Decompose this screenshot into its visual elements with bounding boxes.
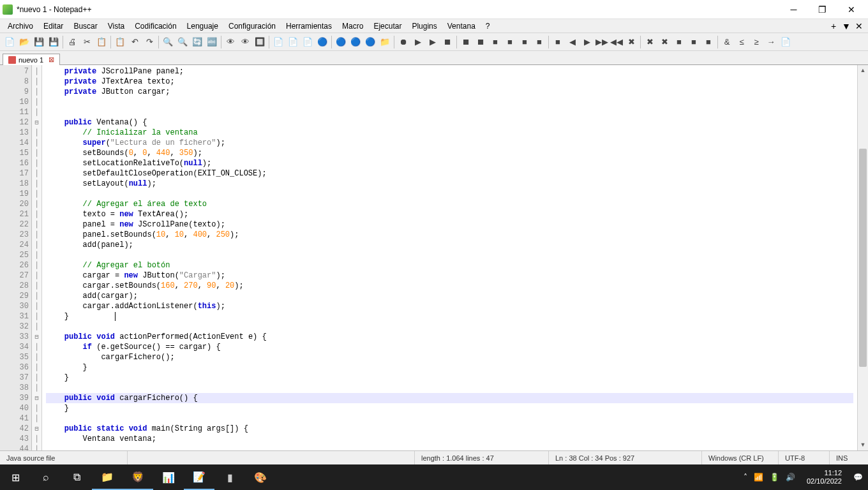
powerpoint-icon[interactable]: 📊 xyxy=(153,464,184,490)
scroll-thumb[interactable] xyxy=(859,149,867,367)
search-icon[interactable]: ⌕ xyxy=(31,464,61,490)
explorer-icon[interactable]: 📁 xyxy=(92,464,123,490)
toolbar-btn-37[interactable]: ▶ xyxy=(580,35,594,49)
scroll-track[interactable] xyxy=(858,76,868,440)
paint-icon[interactable]: 🎨 xyxy=(245,464,276,490)
toolbar-btn-50[interactable]: 📄 xyxy=(779,35,793,49)
menu-archivo[interactable]: Archivo xyxy=(3,20,38,32)
start-button[interactable]: ⊞ xyxy=(0,464,31,490)
minimize-button[interactable]: ─ xyxy=(779,0,808,19)
toolbar-btn-4[interactable]: 🖨 xyxy=(65,35,79,49)
toolbar-btn-0[interactable]: 📄 xyxy=(3,35,17,49)
toolbar-btn-6[interactable]: 📋 xyxy=(94,35,108,49)
toolbar-btn-35[interactable]: ■ xyxy=(551,35,565,49)
toolbar-btn-33[interactable]: ■ xyxy=(518,35,532,49)
menu-help[interactable]: ? xyxy=(481,20,495,32)
menu-ejecutar[interactable]: Ejecutar xyxy=(368,20,407,32)
toolbar-btn-43[interactable]: ■ xyxy=(672,35,686,49)
tab-close-icon[interactable]: ⊠ xyxy=(49,56,54,64)
toolbar-btn-13[interactable]: 🔤 xyxy=(205,35,219,49)
toolbar-btn-12[interactable]: 🔄 xyxy=(190,35,204,49)
toolbar-btn-40[interactable]: ✖ xyxy=(624,35,638,49)
menu-close-icon[interactable]: ✕ xyxy=(853,21,865,31)
toolbar-btn-49[interactable]: → xyxy=(764,35,778,49)
clock[interactable]: 11:12 02/10/2022 xyxy=(802,469,847,486)
scroll-up-icon[interactable]: ▲ xyxy=(858,65,868,76)
toolbar-btn-8[interactable]: ↶ xyxy=(128,35,142,49)
menu-editar[interactable]: Editar xyxy=(38,20,68,32)
scroll-down-icon[interactable]: ▼ xyxy=(858,440,868,450)
tab-nuevo-1[interactable]: nuevo 1 ⊠ xyxy=(3,54,60,65)
menu-herramientas[interactable]: Herramientas xyxy=(281,20,337,32)
volume-icon[interactable]: 🔊 xyxy=(786,473,795,482)
toolbar-btn-39[interactable]: ◀◀ xyxy=(610,35,624,49)
menu-codificacion[interactable]: Codificación xyxy=(130,20,181,32)
toolbar-btn-20[interactable]: 🔵 xyxy=(315,35,329,49)
menu-configuracion[interactable]: Configuración xyxy=(223,20,281,32)
toolbar-btn-23[interactable]: 🔵 xyxy=(363,35,377,49)
menu-ventana[interactable]: Ventana xyxy=(442,20,481,32)
toolbar-btn-32[interactable]: ■ xyxy=(503,35,517,49)
toolbar-btn-11[interactable]: 🔍 xyxy=(176,35,190,49)
menu-plus-icon[interactable]: + xyxy=(827,21,840,31)
wifi-icon[interactable]: 📶 xyxy=(754,473,763,482)
toolbar-btn-36[interactable]: ◀ xyxy=(565,35,580,49)
toolbar-btn-27[interactable]: ▶ xyxy=(426,35,440,49)
toolbar-btn-28[interactable]: ⏹ xyxy=(440,35,454,49)
toolbar-btn-2[interactable]: 💾 xyxy=(32,35,46,49)
menu-lenguaje[interactable]: Lenguaje xyxy=(182,20,223,32)
vertical-scrollbar[interactable]: ▲ ▼ xyxy=(857,65,868,450)
toolbar-btn-42[interactable]: ✖ xyxy=(657,35,671,49)
menu-buscar[interactable]: Buscar xyxy=(68,20,102,32)
toolbar-btn-31[interactable]: ■ xyxy=(488,35,502,49)
toolbar-btn-14[interactable]: 👁 xyxy=(223,35,237,49)
toolbar-btn-41[interactable]: ✖ xyxy=(643,35,657,49)
toolbar-btn-38[interactable]: ▶▶ xyxy=(595,35,609,49)
toolbar-btn-19[interactable]: 📄 xyxy=(301,35,315,49)
battery-icon[interactable]: 🔋 xyxy=(770,473,779,482)
toolbar-btn-3[interactable]: 💾 xyxy=(47,35,61,49)
toolbar-btn-24[interactable]: 📁 xyxy=(378,35,392,49)
toolbar-btn-46[interactable]: & xyxy=(720,35,734,49)
notifications-icon[interactable]: 💬 xyxy=(853,473,863,482)
toolbar-btn-9[interactable]: ↷ xyxy=(142,35,156,49)
brave-icon[interactable]: 🦁 xyxy=(123,464,153,490)
toolbar-btn-30[interactable]: ⏹ xyxy=(474,35,488,49)
toolbar-btn-17[interactable]: 📄 xyxy=(271,35,285,49)
toolbar-btn-26[interactable]: ▶ xyxy=(411,35,425,49)
tabbar: nuevo 1 ⊠ xyxy=(0,51,868,65)
maximize-button[interactable]: ❐ xyxy=(808,0,837,19)
toolbar-btn-18[interactable]: 📄 xyxy=(286,35,300,49)
toolbar-btn-10[interactable]: 🔍 xyxy=(161,35,175,49)
toolbar-btn-34[interactable]: ■ xyxy=(532,35,546,49)
toolbar-btn-22[interactable]: 🔵 xyxy=(348,35,363,49)
toolbar-btn-21[interactable]: 🔵 xyxy=(334,35,348,49)
toolbar-btn-25[interactable]: ⏺ xyxy=(396,35,410,49)
fold-gutter[interactable]: │││││⊟││││││││││││││││││││⊟│││││⊟││⊟│││ xyxy=(32,65,42,450)
toolbar-btn-29[interactable]: ⏹ xyxy=(459,35,473,49)
menu-macro[interactable]: Macro xyxy=(337,20,368,32)
toolbar-btn-7[interactable]: 📋 xyxy=(113,35,127,49)
terminal-icon[interactable]: ▮ xyxy=(214,464,245,490)
toolbar-btn-44[interactable]: ■ xyxy=(687,35,701,49)
editor[interactable]: 7891011121314151617181920212223242526272… xyxy=(0,65,868,450)
toolbar-btn-5[interactable]: ✂ xyxy=(80,35,94,49)
toolbar-btn-1[interactable]: 📂 xyxy=(17,35,31,49)
toolbar-btn-48[interactable]: ≥ xyxy=(749,35,763,49)
status-mode[interactable]: INS xyxy=(830,451,868,464)
toolbar-btn-16[interactable]: 🔲 xyxy=(253,35,267,49)
menu-vista[interactable]: Vista xyxy=(103,20,130,32)
toolbar-btn-47[interactable]: ≤ xyxy=(735,35,749,49)
clock-time: 11:12 xyxy=(807,469,842,477)
toolbar-btn-15[interactable]: 👁 xyxy=(238,35,252,49)
tray-chevron-icon[interactable]: ˄ xyxy=(744,473,747,482)
close-button[interactable]: ✕ xyxy=(837,0,865,19)
taskview-icon[interactable]: ⧉ xyxy=(61,464,92,490)
status-eol[interactable]: Windows (CR LF) xyxy=(702,451,779,464)
status-encoding[interactable]: UTF-8 xyxy=(779,451,830,464)
toolbar-btn-45[interactable]: ■ xyxy=(701,35,715,49)
notepadpp-icon[interactable]: 📝 xyxy=(184,464,214,490)
code-area[interactable]: private JScrollPane panel; private JText… xyxy=(42,65,857,450)
menu-dropdown-icon[interactable]: ▼ xyxy=(840,21,853,31)
menu-plugins[interactable]: Plugins xyxy=(407,20,442,32)
